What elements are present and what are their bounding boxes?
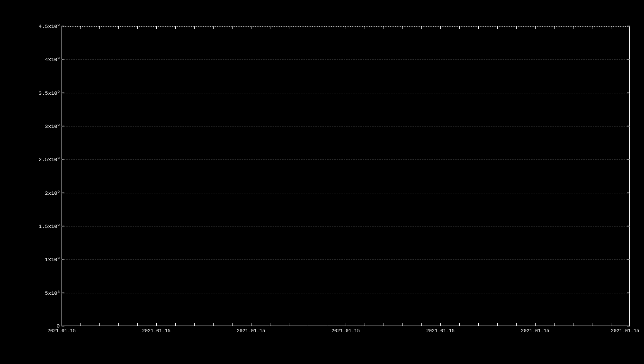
top-tick-mark [175,26,176,29]
right-tick-mark [627,159,630,160]
top-tick-mark [516,26,517,29]
top-tick-mark [611,26,611,29]
y-gridline [62,59,630,60]
right-tick-mark [627,59,630,60]
bottom-tick-mark [308,323,308,326]
bottom-tick-mark [516,323,517,326]
top-tick-mark [270,26,270,29]
bottom-tick-mark [289,323,289,326]
top-tick-mark [459,26,460,29]
top-tick-mark [289,26,289,29]
top-tick-mark [232,26,233,29]
y-tick-label: 1x109 [45,256,60,263]
top-tick-mark [554,26,555,29]
y-tick-mark [62,59,64,60]
top-tick-mark [421,26,422,29]
y-gridline [62,293,630,293]
bottom-tick-mark [497,323,498,326]
top-tick-mark [384,26,384,29]
right-tick-mark [627,126,630,127]
x-tick-label: 2021-01-15 [47,328,76,334]
top-tick-mark [251,26,251,29]
x-tick-label: 2021-01-15 [611,328,639,334]
bottom-tick-mark [611,323,611,326]
top-tick-mark [630,26,630,29]
right-tick-mark [627,292,630,293]
y-tick-label: 5x108 [45,289,60,296]
x-tick-label: 2021-01-15 [331,328,360,334]
top-tick-mark [80,26,81,29]
bottom-tick-mark [459,323,460,326]
y-tick-mark [62,226,64,227]
top-tick-mark [497,26,498,29]
right-tick-mark [627,226,630,227]
y-tick-label: 4x109 [45,56,60,63]
axis-border-left [62,26,62,326]
top-tick-mark [156,26,157,29]
bottom-tick-mark [365,323,365,326]
bottom-tick-mark [80,323,81,326]
y-tick-mark [62,259,64,260]
bottom-tick-mark [99,323,100,326]
bottom-tick-mark [554,323,555,326]
bottom-tick-mark [156,323,157,326]
top-tick-mark [194,26,195,29]
bottom-tick-mark [535,323,536,326]
bottom-tick-mark [402,323,403,326]
bottom-tick-mark [346,323,346,326]
bottom-tick-mark [175,323,176,326]
bottom-tick-mark [118,323,119,326]
bottom-tick-mark [270,323,270,326]
top-tick-mark [535,26,536,29]
top-tick-mark [346,26,346,29]
top-tick-mark [592,26,592,29]
top-tick-mark [402,26,403,29]
bottom-tick-mark [137,323,138,326]
bottom-tick-mark [440,323,441,326]
bottom-tick-mark [384,323,384,326]
y-tick-label: 4.5x109 [39,23,60,30]
bottom-tick-mark [232,323,233,326]
top-tick-mark [137,26,138,29]
bottom-tick-mark [592,323,592,326]
top-tick-mark [213,26,214,29]
y-tick-label: 2.5x109 [39,156,60,163]
y-gridline [62,159,630,160]
top-tick-mark [118,26,119,29]
y-gridline [62,259,630,260]
x-tick-label: 2021-01-15 [237,328,265,334]
top-tick-mark [308,26,308,29]
top-tick-mark [573,26,573,29]
bottom-tick-mark [573,323,573,326]
bottom-tick-mark [62,323,62,326]
top-tick-mark [327,26,327,29]
y-tick-mark [62,192,64,193]
top-tick-mark [478,26,479,29]
y-gridline [62,193,630,193]
bottom-tick-mark [630,323,630,326]
y-gridline [62,126,630,127]
top-tick-mark [365,26,365,29]
bottom-tick-mark [251,323,251,326]
y-tick-mark [62,92,64,93]
y-tick-label: 3.5x109 [39,89,60,96]
y-tick-mark [62,159,64,160]
x-tick-label: 2021-01-15 [142,328,170,334]
axis-border-right [629,26,630,326]
top-tick-mark [62,26,62,29]
top-tick-mark [440,26,441,29]
y-tick-label: 1.5x109 [39,223,60,230]
bottom-tick-mark [478,323,479,326]
y-gridline [62,93,630,93]
top-tick-mark [99,26,100,29]
bottom-tick-mark [213,323,214,326]
x-tick-label: 2021-01-15 [426,328,455,334]
right-tick-mark [627,192,630,193]
x-tick-label: 2021-01-15 [521,328,549,334]
chart-container: 4.5x1094x1093.5x1093x1092.5x1092x1091.5x… [0,0,644,364]
y-tick-mark [62,292,64,293]
y-tick-label: 3x109 [45,123,60,130]
y-tick-label: 2x109 [45,189,60,196]
right-tick-mark [627,259,630,260]
right-tick-mark [627,92,630,93]
